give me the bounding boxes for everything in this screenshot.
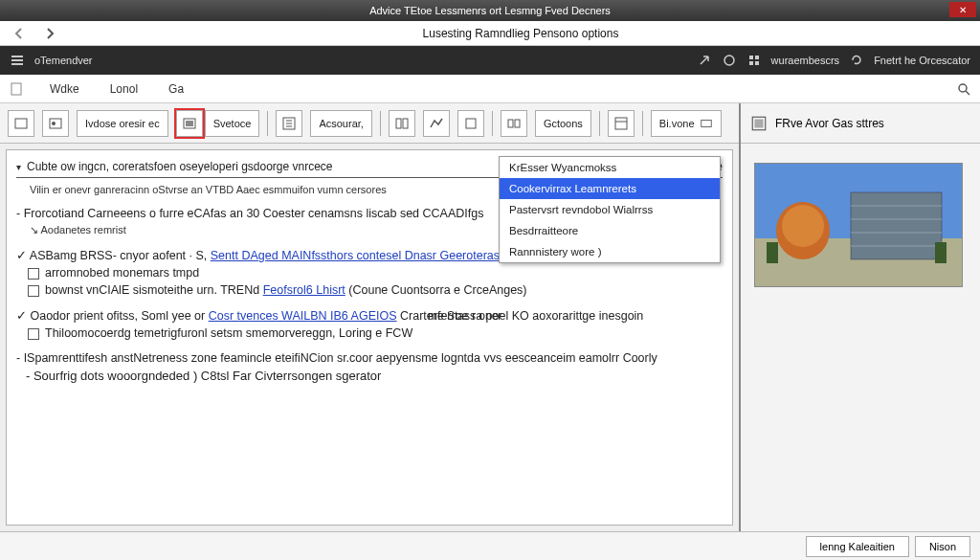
tab-wdke[interactable]: Wdke: [34, 75, 95, 102]
tool-ivdose-label: Ivdose oresir ec: [85, 118, 160, 129]
doc-bullet-3a: Thiloomocoerdg temetrigfuronl setsm smem…: [28, 326, 723, 340]
svg-rect-40: [767, 242, 778, 263]
dropdown-item[interactable]: Besdrraitteore: [500, 220, 720, 241]
svg-rect-21: [403, 119, 408, 128]
tool-icon-b[interactable]: [42, 110, 69, 137]
dark-toolbar: oTemendver wuraembescrs Fnetrt he Orcesc…: [0, 46, 980, 75]
svg-rect-2: [11, 63, 23, 65]
svg-rect-32: [851, 192, 942, 259]
tool-acsourar-label: Acsourar,: [319, 118, 363, 129]
doc-para3: ✓ Oaodor prient ofitss, Soml yee or Cosr…: [16, 308, 723, 323]
svg-rect-29: [755, 119, 764, 127]
refresh-icon[interactable]: [849, 53, 864, 68]
doc-icon[interactable]: [6, 78, 27, 100]
checkbox-icon[interactable]: [28, 328, 39, 340]
light-tabbar: Wdke Lonol Ga: [0, 75, 980, 103]
svg-rect-8: [11, 83, 21, 95]
toolbar: Ivdose oresir ec Svetoce Acsourar,: [0, 103, 739, 144]
link-para2[interactable]: Sentt DAged MAINfssthors contesel Dnasr …: [211, 249, 506, 262]
link-bullet2b[interactable]: Feofsrol6 Lhisrt: [263, 283, 345, 297]
doc-bullet-2b: bownst vnCIAlE sismoteithe urn. TRENd Fe…: [28, 283, 723, 297]
context-dropdown: KrEsser Wyancmokss Cookervirrax Leamnrer…: [499, 156, 721, 263]
svg-rect-15: [186, 121, 193, 126]
dropdown-item[interactable]: Cookervirrax Leamnrerets: [500, 178, 720, 199]
tool-icon-e[interactable]: [423, 110, 450, 137]
circle-icon[interactable]: [722, 53, 737, 68]
svg-point-3: [724, 56, 734, 65]
svg-rect-27: [701, 120, 711, 126]
forward-button[interactable]: [38, 22, 61, 45]
svg-line-10: [966, 91, 969, 95]
svg-rect-24: [515, 120, 520, 127]
right-pane-title: FRve Avor Gas sttres: [775, 117, 884, 130]
svg-rect-5: [755, 56, 759, 59]
preview-thumbnail[interactable]: [754, 163, 963, 287]
tool-icon-a[interactable]: [8, 110, 34, 137]
toolbar-separator: [380, 111, 381, 136]
checkbox-icon[interactable]: [28, 285, 39, 297]
tab-lonol[interactable]: Lonol: [95, 75, 153, 102]
dropdown-item[interactable]: Pastervsrt revndobol Wialrrss: [500, 199, 720, 220]
dropdown-item[interactable]: Rannnistery wore ): [500, 241, 720, 262]
dark-right-label-a[interactable]: wuraembescrs: [771, 55, 840, 66]
chevron-down-icon[interactable]: ▾: [16, 162, 21, 172]
svg-point-9: [959, 84, 967, 92]
page-subtitle: Lusesting Ramndlieg Pensono options: [61, 27, 980, 40]
link-para3[interactable]: Cosr tvences WAILBN IB6 AGEIOS: [209, 309, 397, 323]
doc-para4: - ISpamrenttifesh anstNetreness zone fea…: [16, 351, 723, 365]
back-button[interactable]: [8, 22, 31, 45]
svg-rect-6: [749, 61, 753, 65]
menu-icon[interactable]: [10, 53, 25, 68]
svg-rect-23: [508, 120, 513, 127]
main-area: Ivdose oresir ec Svetoce Acsourar,: [0, 103, 980, 531]
svg-rect-20: [396, 119, 401, 128]
window-title: Advice TEtoe Lessmenrs ort Lesmng Fved D…: [369, 5, 611, 16]
right-pane-header: FRve Avor Gas sttres: [741, 103, 980, 144]
toolbar-separator: [492, 111, 493, 136]
status-button-b[interactable]: Nison: [915, 536, 970, 557]
tool-icon-c[interactable]: [276, 110, 302, 137]
checkbox-icon[interactable]: [28, 268, 39, 280]
svg-rect-0: [11, 56, 23, 57]
tool-icon-f[interactable]: [457, 110, 484, 137]
tool-icon-d[interactable]: [389, 110, 415, 137]
tool-svetoce[interactable]: Svetoce: [205, 110, 260, 137]
status-button-a[interactable]: lenng Kaleaitien: [806, 536, 909, 557]
titlebar: Advice TEtoe Lessmenrs ort Lesmng Fved D…: [0, 0, 980, 21]
dark-right-label-b[interactable]: Fnetrt he Orcescator: [874, 55, 970, 66]
status-bar: lenng Kaleaitien Nison: [0, 531, 980, 560]
doc-para4b: - Sourfrig dots wooorgndeded ) C8tsl Far…: [26, 369, 723, 383]
dark-left-label[interactable]: oTemendver: [34, 55, 93, 66]
svg-rect-1: [11, 59, 23, 61]
grid-icon[interactable]: [746, 53, 762, 68]
tool-ivdose[interactable]: Ivdose oresir ec: [77, 110, 168, 137]
search-icon[interactable]: [953, 78, 974, 100]
tool-icon-h[interactable]: [608, 110, 635, 137]
nav-row: Lusesting Ramndlieg Pensono options: [0, 21, 980, 46]
svg-rect-7: [755, 61, 759, 65]
tab-ga[interactable]: Ga: [153, 75, 199, 102]
tool-bivone[interactable]: Bi.vone: [651, 110, 722, 137]
svg-rect-41: [935, 242, 947, 263]
svg-rect-25: [615, 118, 627, 129]
svg-rect-4: [749, 56, 753, 59]
svg-rect-11: [15, 119, 27, 128]
tool-highlighted[interactable]: [176, 110, 203, 137]
dropdown-item[interactable]: KrEsser Wyancmokss: [500, 157, 720, 178]
svg-point-39: [782, 205, 824, 247]
share-icon[interactable]: [697, 53, 712, 68]
toolbar-separator: [267, 111, 268, 136]
panel-icon: [750, 115, 768, 132]
tool-icon-g[interactable]: [501, 110, 527, 137]
tool-gctoons[interactable]: Gctoons: [535, 110, 591, 137]
tool-svetoce-label: Svetoce: [213, 118, 252, 129]
toolbar-separator: [642, 111, 643, 136]
tool-gctoons-label: Gctoons: [544, 118, 583, 129]
left-pane: Ivdose oresir ec Svetoce Acsourar,: [0, 103, 741, 531]
tool-acsourar[interactable]: Acsourar,: [310, 110, 371, 137]
right-pane: FRve Avor Gas sttres: [741, 103, 980, 531]
close-button[interactable]: ✕: [949, 2, 976, 17]
svg-rect-22: [466, 119, 476, 128]
svg-point-13: [52, 122, 56, 125]
toolbar-separator: [599, 111, 600, 136]
